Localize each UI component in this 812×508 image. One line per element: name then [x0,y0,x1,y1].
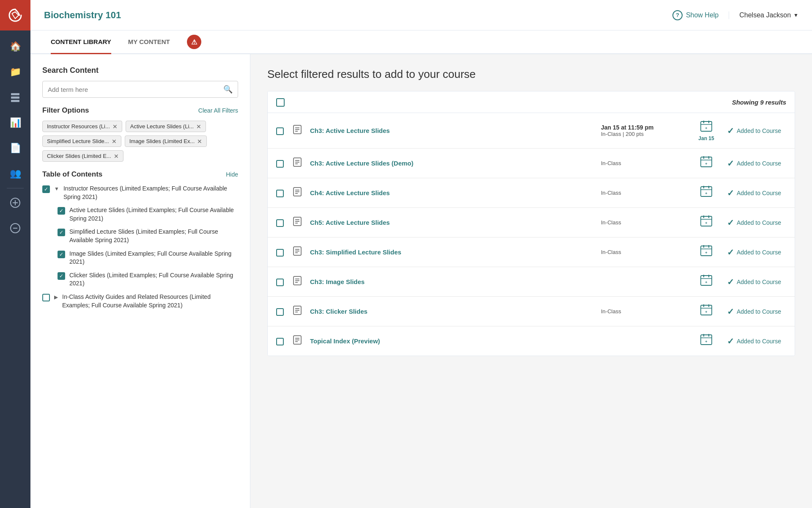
row-checkbox-r1[interactable] [276,127,286,135]
row-calendar-r4[interactable]: + [691,215,721,230]
nav-add[interactable] [0,190,30,215]
added-to-course-label-r3[interactable]: Added to Course [737,190,781,196]
tab-alert-icon[interactable]: ⚠ [187,35,201,49]
clear-all-filters-button[interactable]: Clear All Filters [198,107,238,114]
filter-tag-simplified[interactable]: Simplified Lecture Slide... ✕ [42,135,121,147]
nav-divider [7,188,24,188]
svg-rect-2 [11,100,19,102]
help-icon: ? [672,10,683,20]
row-calendar-r2[interactable]: + [691,155,721,171]
row-checkbox-r8[interactable] [276,337,286,345]
row-title-r6[interactable]: Ch3: Image Slides [310,278,365,285]
nav-chart[interactable]: 📊 [0,110,30,135]
content-type-icon [292,246,304,258]
row-title-r7[interactable]: Ch3: Clicker Slides [310,308,368,315]
row-meta-sub-r4: In-Class [601,219,686,226]
toc-checkbox-in-class[interactable] [42,294,50,301]
toc-checkbox-instructor[interactable]: ✓ [42,185,50,193]
filter-tag-instructor[interactable]: Instructor Resources (Li... ✕ [42,121,122,132]
row-title-r3[interactable]: Ch4: Active Lecture Slides [310,189,390,196]
filter-tag-image-slides[interactable]: Image Slides (Limited Ex... ✕ [125,135,207,147]
row-meta-r4: In-Class [601,219,686,226]
remove-filter-active-lecture-icon[interactable]: ✕ [196,124,201,130]
result-row: Ch3: Active Lecture Slides (Demo) In-Cla… [268,149,795,178]
nav-document[interactable]: 📄 [0,135,30,161]
added-to-course-label-r4[interactable]: Added to Course [737,219,781,226]
row-checkbox-r6[interactable] [276,278,286,286]
nav-export[interactable] [0,215,30,241]
user-menu[interactable]: Chelsea Jackson ▼ [729,11,798,19]
toc-checkbox-clicker-slides[interactable]: ✓ [58,272,65,280]
added-to-course-label-r5[interactable]: Added to Course [737,249,781,256]
row-meta-sub-r2: In-Class [601,160,686,166]
added-to-course-label-r8[interactable]: Added to Course [737,338,781,345]
row-calendar-r3[interactable]: + [691,185,721,201]
chevron-down-icon: ▼ [793,12,798,18]
row-title-r4[interactable]: Ch5: Active Lecture Slides [310,219,390,226]
remove-filter-simplified-icon[interactable]: ✕ [112,138,117,144]
filter-tag-active-lecture[interactable]: Active Lecture Slides (Li... ✕ [126,121,206,132]
result-row: Topical Index (Preview) + [268,326,795,356]
row-meta-r7: In-Class [601,308,686,315]
content-type-icon [292,335,304,347]
row-checkbox-r5[interactable] [276,248,286,257]
row-calendar-r8[interactable]: + [691,333,721,349]
row-meta-sub-r1: In-Class | 200 pts [601,131,686,137]
calendar-icon: + [700,304,713,319]
toc-item-simplified: ✓ Simplified Lecture Slides (Limited Exa… [42,228,238,244]
toc-checkbox-image-slides[interactable]: ✓ [58,251,65,258]
row-added-r3: ✓ Added to Course [727,188,786,198]
added-to-course-label-r7[interactable]: Added to Course [737,308,781,315]
row-meta-r2: In-Class [601,160,686,166]
calendar-icon: + [700,333,713,349]
filter-tag-simplified-label: Simplified Lecture Slide... [47,138,109,144]
svg-text:+: + [705,162,707,166]
nav-users[interactable]: 👥 [0,161,30,186]
row-calendar-r1[interactable]: + Jan 15 [691,120,721,141]
calendar-icon: + [700,155,713,171]
remove-filter-clicker-icon[interactable]: ✕ [114,153,119,159]
show-help-button[interactable]: ? Show Help [672,10,719,20]
row-calendar-r5[interactable]: + [691,244,721,260]
content-layout: Search Content 🔍 Filter Options Clear Al… [30,54,812,508]
content-type-icon [292,124,304,137]
calendar-date-label-r1: Jan 15 [698,135,714,141]
row-checkbox-r2[interactable] [276,159,286,168]
row-calendar-r6[interactable]: + [691,274,721,290]
arrow-right-icon[interactable]: ▶ [54,294,58,300]
nav-folder[interactable]: 📁 [0,59,30,85]
row-checkbox-r3[interactable] [276,189,286,197]
toc-text-in-class: In-Class Activity Guides and Related Res… [62,293,238,309]
toc-hide-button[interactable]: Hide [226,171,238,178]
nav-home[interactable]: 🏠 [0,34,30,59]
calendar-icon: + [700,185,713,201]
row-title-r1[interactable]: Ch3: Active Lecture Slides [310,127,390,134]
header-right: ? Show Help Chelsea Jackson ▼ [672,10,798,20]
svg-text:+: + [705,191,707,196]
row-checkbox-r4[interactable] [276,218,286,227]
filter-tag-clicker[interactable]: Clicker Slides (Limited E... ✕ [42,150,123,162]
remove-filter-instructor-icon[interactable]: ✕ [112,124,118,130]
search-icon[interactable]: 🔍 [223,85,233,94]
toc-checkbox-simplified[interactable]: ✓ [58,229,65,236]
svg-text:+: + [705,251,707,255]
row-checkbox-r7[interactable] [276,307,286,316]
row-title-r5[interactable]: Ch3: Simplified Lecture Slides [310,248,401,256]
toc-text-simplified: Simplified Lecture Slides (Limited Examp… [69,228,238,244]
chevron-down-icon[interactable]: ▼ [54,186,59,192]
added-to-course-label-r1[interactable]: Added to Course [737,127,781,134]
remove-filter-image-slides-icon[interactable]: ✕ [197,138,202,144]
row-calendar-r7[interactable]: + [691,304,721,319]
toc-header: Table of Contents Hide [42,170,238,179]
row-title-r8[interactable]: Topical Index (Preview) [310,337,380,345]
tab-my-content[interactable]: MY CONTENT [128,30,170,54]
tab-content-library[interactable]: CONTENT LIBRARY [51,30,111,54]
added-to-course-label-r2[interactable]: Added to Course [737,160,781,167]
row-title-r2[interactable]: Ch3: Active Lecture Slides (Demo) [310,160,414,167]
added-to-course-label-r6[interactable]: Added to Course [737,279,781,285]
nav-layers[interactable] [0,85,30,110]
toc-checkbox-active-lecture[interactable]: ✓ [58,207,65,215]
app-logo[interactable] [0,0,30,30]
select-all-checkbox[interactable] [276,98,285,107]
search-input[interactable] [48,86,223,93]
